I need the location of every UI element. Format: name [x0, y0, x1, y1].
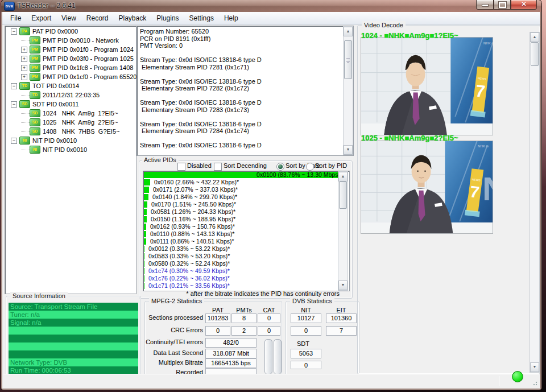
tree-item[interactable]: SD1025 NHK Am9g 2?EI5~ — [7, 118, 138, 127]
tree-item[interactable]: +PMPMT PID 0x03f0 - Program 1025 — [7, 54, 138, 63]
row-label: Multiplex Bitrate — [145, 358, 203, 367]
menu-item-playback[interactable]: Playback — [114, 13, 152, 23]
stat-value: 0 — [258, 313, 280, 323]
pid-row[interactable]: 0x0110 (0.88% ~ 143.13 Kbps)* — [143, 230, 349, 238]
details-line — [140, 113, 343, 121]
sort-by-pid-radio[interactable] — [306, 163, 314, 171]
tree-node-icon: PA — [19, 27, 30, 35]
pid-row[interactable]: 0x0150 (1.16% ~ 188.95 Kbps)* — [143, 216, 349, 223]
tree-expander-icon[interactable]: − — [11, 83, 17, 89]
pid-row[interactable]: 0x0160 (2.66% ~ 432.22 Kbps)* — [143, 179, 349, 186]
menu-item-file[interactable]: File — [5, 13, 26, 23]
tree-item[interactable]: PMPMT PID 0x0010 - Network — [7, 36, 138, 45]
tree-item[interactable]: SD1408 NHK 7HBS G?EI5~ — [7, 127, 138, 136]
pid-row[interactable]: 0x1c76 (0.22% ~ 36.02 Kbps)* — [143, 275, 349, 282]
pid-row[interactable]: 0x0111 (0.86% ~ 140.51 Kbps)* — [143, 238, 349, 245]
tree-expander-icon[interactable]: + — [21, 56, 27, 62]
pid-list-scrollbar[interactable]: ▲ ▼ — [338, 171, 348, 291]
tree-item-label: 1024 NHK Am9g 1?EI5~ — [43, 109, 118, 118]
tree-connector — [21, 131, 30, 132]
tree-item-label: PMT PID 0x0010 - Network — [43, 36, 119, 45]
stat-value: 7 — [326, 326, 357, 336]
video-thumbnail-1024[interactable]: NHK GNEWS7 — [361, 37, 493, 135]
scroll-up-icon[interactable]: ▲ — [530, 32, 539, 42]
tree-expander-icon[interactable]: + — [21, 65, 27, 71]
scrollbar-thumb[interactable] — [344, 40, 352, 79]
pid-rate-bar — [144, 179, 150, 185]
scroll-up-icon[interactable]: ▲ — [338, 172, 348, 181]
disabled-checkbox[interactable] — [177, 163, 185, 171]
tree-node-icon: SD — [30, 127, 40, 135]
pid-rate-bar — [144, 261, 144, 267]
pid-row[interactable]: 0x0583 (0.33% ~ 53.20 Kbps)* — [143, 253, 349, 260]
pid-row[interactable]: 0x0171 (2.07% ~ 337.03 Kbps)* — [143, 186, 349, 193]
pid-row[interactable]: 0x0580 (0.32% ~ 52.24 Kbps)* — [143, 260, 349, 267]
tree-item[interactable]: SD1024 NHK Am9g 1?EI5~ — [7, 109, 138, 118]
pid-label: 0x0580 (0.32% ~ 52.24 Kbps)* — [148, 260, 230, 267]
tree-expander-icon[interactable]: − — [11, 28, 17, 35]
source-info-row: Network Type: DVB — [9, 358, 138, 366]
pid-row[interactable]: 0x1c74 (0.30% ~ 49.59 Kbps)* — [143, 267, 349, 275]
menu-item-plugins[interactable]: Plugins — [151, 13, 184, 23]
source-information-group: Source Information Source: Transport Str… — [6, 296, 141, 376]
pid-row[interactable]: 0x0100 (83.76% ~ 13.30 Mbps)* — [143, 171, 349, 179]
tree-node-icon: NI — [30, 146, 40, 154]
title-bar[interactable]: DVB TSReader -- 2.6.41 ✕ — [1, 0, 541, 12]
menu-item-export[interactable]: Export — [26, 13, 56, 23]
scroll-down-icon[interactable]: ▼ — [338, 280, 348, 290]
pid-label: 0x0162 (0.93% ~ 150.76 Kbps)* — [150, 223, 235, 230]
maximize-button[interactable] — [494, 0, 511, 10]
row-label: Data Last Second — [145, 349, 203, 357]
video-panel-scrollbar[interactable]: ▲ ▼ — [530, 32, 540, 373]
details-line: Elementary Stream PID 7282 (0x1c72) — [140, 85, 343, 92]
menu-item-record[interactable]: Record — [81, 13, 114, 23]
scrollbar-thumb[interactable] — [339, 181, 347, 209]
scroll-down-icon[interactable]: ▼ — [344, 145, 353, 155]
scroll-up-icon[interactable]: ▲ — [344, 27, 353, 36]
tree-item[interactable]: +PMPMT PID 0x1fc8 - Program 1408 — [7, 63, 138, 72]
stat-value: 5063 — [291, 349, 321, 358]
details-line: PCR on PID 8191 (0x1fff) — [140, 35, 343, 43]
pid-label: 0x0012 (0.33% ~ 53.22 Kbps)* — [148, 245, 230, 253]
status-bar — [3, 374, 539, 387]
minimize-button[interactable] — [476, 0, 494, 10]
scrollbar-thumb[interactable] — [531, 42, 539, 66]
pid-row[interactable]: 0x0581 (1.26% ~ 204.33 Kbps)* — [143, 208, 349, 216]
tree-expander-icon[interactable]: + — [21, 47, 27, 53]
svg-text:N: N — [482, 171, 493, 207]
tree-expander-icon[interactable]: − — [11, 101, 17, 108]
pid-rate-bar — [144, 194, 148, 200]
video-thumbnail-1025[interactable]: NHK GNNEWS7 — [361, 141, 493, 234]
pid-row[interactable]: 0x0012 (0.33% ~ 53.22 Kbps)* — [143, 245, 349, 253]
tree-item[interactable]: −PAPAT PID 0x0000 — [7, 27, 138, 36]
tree-item[interactable]: −NINIT PID 0x0010 — [7, 136, 138, 145]
menu-item-settings[interactable]: Settings — [184, 13, 219, 23]
close-button[interactable]: ✕ — [511, 0, 537, 10]
stat-value: 0 — [291, 326, 321, 336]
resize-grip[interactable] — [531, 379, 538, 386]
tree-item[interactable]: +PMPMT PID 0x01f0 - Program 1024 — [7, 45, 138, 54]
pid-label: 0x0100 (83.76% ~ 13.30 Mbps)* — [257, 171, 342, 179]
pid-row[interactable]: 0x0140 (1.84% ~ 299.70 Kbps)* — [143, 193, 349, 201]
pid-row[interactable]: 0x1c71 (0.21% ~ 33.56 Kbps)* — [143, 282, 349, 290]
tree-expander-icon[interactable]: + — [21, 74, 27, 80]
tree-item[interactable]: +PMPMT PID 0x1cf0 - Program 65520 — [7, 72, 138, 81]
tree-item[interactable]: TD2011/12/31 22:03:35 — [7, 90, 138, 100]
sort-by-rate-radio[interactable] — [276, 163, 284, 171]
pid-label: 0x0160 (2.66% ~ 432.22 Kbps)* — [154, 179, 239, 186]
sort-descending-checkbox[interactable] — [214, 163, 222, 171]
tree-item[interactable]: −TDTOT PID 0x0014 — [7, 81, 138, 90]
tree-item-label: SDT PID 0x0011 — [32, 100, 79, 109]
tree-expander-icon[interactable]: − — [11, 138, 17, 144]
stat-value: 8 — [231, 313, 257, 323]
stat-value: 2 — [231, 326, 257, 336]
scroll-down-icon[interactable]: ▼ — [530, 362, 539, 372]
tree-item[interactable]: −SDSDT PID 0x0011 — [7, 100, 138, 109]
pid-row[interactable]: 0x0162 (0.93% ~ 150.76 Kbps)* — [143, 223, 349, 230]
details-scrollbar[interactable]: ▲ ▼ — [343, 26, 353, 155]
pid-row[interactable]: 0x0170 (1.51% ~ 245.50 Kbps)* — [143, 201, 349, 208]
menu-item-view[interactable]: View — [56, 13, 81, 23]
menu-item-help[interactable]: Help — [219, 13, 243, 23]
tree-item[interactable]: NINIT PID 0x0010 — [7, 145, 138, 154]
decoded-frame: NHK GNNEWS7 — [361, 141, 493, 233]
